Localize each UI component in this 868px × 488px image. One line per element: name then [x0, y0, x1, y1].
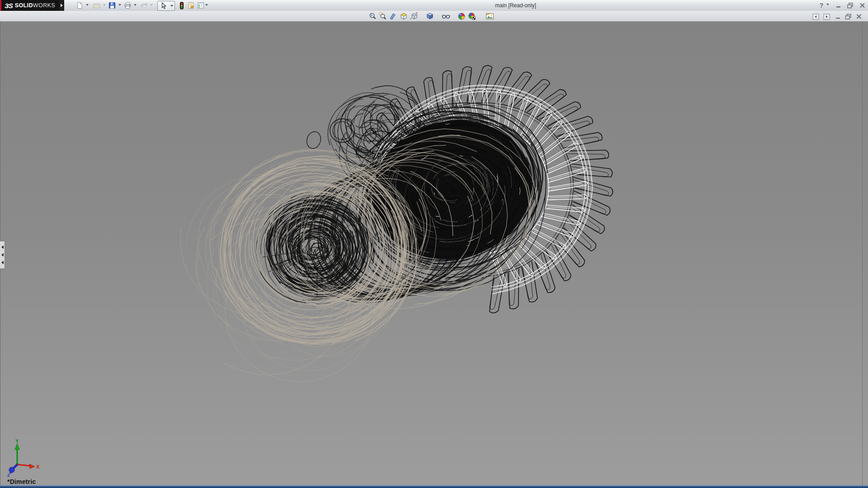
- options-button[interactable]: [196, 1, 205, 10]
- help-dropdown[interactable]: [826, 4, 830, 7]
- pane-right-button[interactable]: [822, 12, 831, 21]
- engine-wireframe-model: [0, 22, 868, 485]
- options-dropdown[interactable]: [204, 4, 208, 7]
- section-view-button[interactable]: [388, 12, 397, 20]
- pane-right-icon: [823, 14, 830, 20]
- print-dropdown[interactable]: [133, 4, 137, 7]
- help-button[interactable]: ?: [817, 2, 826, 9]
- hide-show-items-button[interactable]: [441, 12, 450, 20]
- apply-scene-button[interactable]: [467, 12, 476, 20]
- file-properties-button[interactable]: [186, 1, 195, 10]
- toolbar-flyout-arrow[interactable]: [59, 0, 64, 11]
- reference-triad: Y X Z: [6, 438, 42, 477]
- featuremanager-collapsed-tab[interactable]: [0, 241, 5, 269]
- close-document-button[interactable]: [854, 12, 863, 21]
- undo-arrow-icon: [140, 2, 148, 9]
- zoom-to-fit-button[interactable]: [368, 12, 377, 20]
- minimize-button[interactable]: [835, 2, 843, 9]
- view-settings-button[interactable]: [485, 12, 494, 20]
- undo-dropdown[interactable]: [149, 4, 153, 7]
- collapse-arrow-icon: [0, 253, 4, 257]
- help-icon: ?: [820, 2, 824, 9]
- brand-name-light: WORKS: [33, 2, 55, 9]
- restore-icon: [847, 3, 854, 9]
- apply-scene-icon: [468, 12, 476, 20]
- display-style-icon: [426, 12, 434, 20]
- view-orientation-button[interactable]: [399, 12, 408, 20]
- restore-document-button[interactable]: [844, 12, 853, 21]
- view-orientation-icon: [400, 12, 408, 20]
- undo-button[interactable]: [139, 1, 148, 10]
- glasses-icon: [442, 13, 450, 20]
- zoom-to-area-icon: [379, 12, 387, 20]
- section-view-icon: [389, 12, 397, 20]
- triad-z-label: Z: [7, 473, 10, 477]
- triad-x-label: X: [36, 464, 40, 469]
- viewport-right-edge: [862, 22, 863, 485]
- minimize-icon: [836, 3, 841, 8]
- new-document-dropdown[interactable]: [85, 4, 89, 7]
- rebuild-button[interactable]: [177, 1, 186, 10]
- open-document-dropdown[interactable]: [102, 4, 106, 7]
- zoom-to-area-button[interactable]: [378, 12, 387, 20]
- open-folder-icon: [93, 2, 101, 9]
- close-document-icon: [856, 14, 862, 19]
- select-tool-dropdown[interactable]: [169, 1, 175, 11]
- minimize-document-button[interactable]: [834, 12, 843, 21]
- view-orientation-label: *Dimetric: [7, 478, 36, 485]
- traffic-light-icon: [179, 2, 184, 9]
- open-document-button[interactable]: [92, 1, 101, 10]
- close-icon: [859, 3, 865, 8]
- select-cursor-icon: [160, 2, 167, 9]
- collapse-arrow-icon: [0, 261, 4, 264]
- right-arrow-icon: [61, 4, 65, 7]
- close-button[interactable]: [858, 2, 866, 9]
- restore-document-icon: [845, 14, 852, 20]
- save-button[interactable]: [108, 1, 117, 10]
- file-properties-icon: [187, 2, 195, 9]
- select-tool-button[interactable]: [157, 1, 169, 11]
- brand-name-bold: SOLID: [15, 2, 33, 9]
- view-toolbar: [0, 11, 868, 22]
- display-style-button[interactable]: [425, 12, 434, 20]
- triad-y-label: Y: [15, 438, 19, 444]
- restore-button[interactable]: [846, 2, 854, 9]
- titlebar: ЗS SOLIDWORKS: [0, 0, 868, 11]
- minimize-document-icon: [835, 14, 841, 19]
- printer-icon: [124, 2, 132, 9]
- save-dropdown[interactable]: [118, 4, 122, 7]
- collapse-arrow-icon: [0, 245, 4, 249]
- new-document-button[interactable]: [75, 1, 84, 10]
- 3d-drawing-view-icon: [410, 12, 418, 20]
- logo-3s-icon: ЗS: [5, 2, 13, 9]
- options-checklist-icon: [197, 2, 205, 9]
- edit-appearance-button[interactable]: [457, 12, 466, 20]
- pane-left-button[interactable]: [811, 12, 820, 21]
- pane-left-icon: [812, 14, 819, 20]
- taskbar-edge: [0, 485, 868, 488]
- app-logo: ЗS SOLIDWORKS: [0, 0, 59, 11]
- appearance-ball-icon: [458, 12, 466, 20]
- save-floppy-icon: [108, 2, 116, 9]
- view-settings-icon: [486, 12, 494, 20]
- print-button[interactable]: [123, 1, 132, 10]
- new-document-icon: [76, 2, 83, 9]
- document-title: main [Read-only]: [495, 2, 536, 9]
- zoom-to-fit-icon: [369, 12, 377, 20]
- 3d-drawing-view-button[interactable]: [410, 12, 419, 20]
- solidworks-window: ЗS SOLIDWORKS: [0, 0, 868, 488]
